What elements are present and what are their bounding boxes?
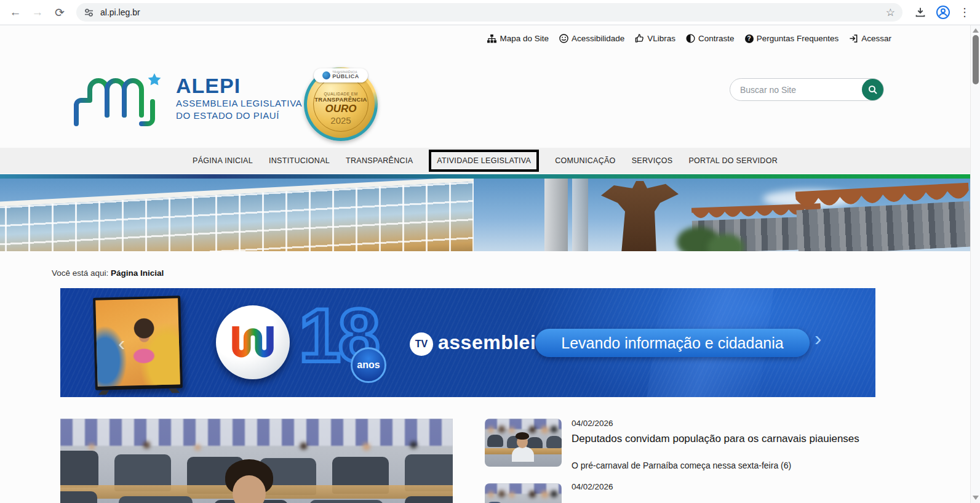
- logo-wordmark: ALEPI ASSEMBLEIA LEGISLATIVA DO ESTADO D…: [176, 75, 302, 121]
- alepi-building-icon: [73, 67, 166, 129]
- news-section: 04/02/2026 Deputados convidam população …: [60, 419, 955, 503]
- site-logo[interactable]: ALEPI ASSEMBLEIA LEGISLATIVA DO ESTADO D…: [73, 67, 302, 129]
- forward-icon[interactable]: →: [28, 3, 47, 22]
- utility-label: Acessibilidade: [572, 34, 624, 43]
- rainbow-w-icon: [229, 323, 277, 361]
- login-link[interactable]: Acessar: [849, 34, 891, 43]
- vlibras-link[interactable]: VLibras: [635, 34, 675, 43]
- hero-glass-building: [0, 179, 474, 251]
- contrast-link[interactable]: Contraste: [686, 34, 735, 43]
- medal-banner-logo-icon: [322, 71, 330, 79]
- banner-anos-badge: anos: [351, 347, 386, 383]
- nav-transparencia[interactable]: TRANSPARÊNCIA: [346, 156, 413, 165]
- featured-news-image[interactable]: [60, 419, 453, 503]
- question-icon: ?: [745, 34, 754, 43]
- hero-image: [0, 179, 970, 251]
- banner-tagline: Levando informação e cidadania: [535, 329, 810, 357]
- transparency-medal: TRANSPARÊNCIA PÚBLICA QUALIDADE EM TRANS…: [304, 67, 378, 141]
- breadcrumb-prefix: Você está aqui:: [52, 268, 108, 278]
- bookmark-star-icon[interactable]: ☆: [886, 6, 895, 19]
- site-search: [730, 78, 884, 101]
- logo-acronym: ALEPI: [176, 75, 302, 96]
- browser-toolbar: ← → ⟳ al.pi.leg.br ☆ ⋮: [0, 0, 980, 25]
- scroll-down-icon[interactable]: [973, 496, 979, 500]
- news-summary-row: O pré-carnaval de Parnaíba começa nessa …: [572, 461, 956, 470]
- search-button[interactable]: [862, 79, 883, 100]
- news-date: 04/02/2026: [572, 419, 956, 428]
- medal-year: 2025: [314, 115, 368, 126]
- address-bar[interactable]: al.pi.leg.br ☆: [76, 3, 902, 22]
- thumbs-up-icon: [635, 34, 644, 43]
- news-item: 04/02/2026: [572, 482, 956, 491]
- smiley-icon: [559, 34, 568, 43]
- faq-link[interactable]: ? Perguntas Frequentes: [745, 34, 839, 43]
- news-summary: O pré-carnaval de Parnaíba começa nessa …: [572, 461, 956, 470]
- profile-avatar-icon[interactable]: [936, 5, 950, 20]
- hero-arched-building-near: [795, 179, 970, 251]
- nav-servicos[interactable]: SERVIÇOS: [632, 156, 673, 165]
- page-scrollbar[interactable]: [970, 25, 980, 503]
- utility-label: Mapa do Site: [500, 34, 549, 43]
- medal-line1: QUALIDADE EM: [314, 92, 368, 96]
- news-thumbnail[interactable]: [485, 419, 562, 467]
- utility-label: Contraste: [698, 34, 735, 43]
- logo-line1: ASSEMBLEIA LEGISLATIVA: [176, 98, 302, 108]
- search-input[interactable]: [730, 85, 862, 95]
- medal-banner-main: PÚBLICA: [332, 74, 359, 79]
- breadcrumb-current[interactable]: Página Inicial: [111, 268, 164, 278]
- nav-pagina-inicial[interactable]: PÁGINA INICIAL: [193, 156, 253, 165]
- sitemap-link[interactable]: Mapa do Site: [487, 34, 549, 43]
- sitemap-icon: [487, 34, 496, 43]
- downloads-icon[interactable]: [914, 6, 927, 19]
- scrollbar-thumb[interactable]: [973, 35, 979, 84]
- nav-portal-do-servidor[interactable]: PORTAL DO SERVIDOR: [688, 156, 778, 165]
- scroll-up-icon[interactable]: [973, 28, 979, 33]
- nav-atividade-legislativa[interactable]: ATIVIDADE LEGISLATIVA: [429, 150, 539, 172]
- search-icon: [868, 85, 878, 95]
- reload-icon[interactable]: ⟳: [50, 3, 69, 22]
- nav-comunicacao[interactable]: COMUNICAÇÃO: [555, 156, 615, 165]
- utility-label: Acessar: [861, 34, 891, 43]
- sign-in-icon: [849, 34, 858, 43]
- carousel-prev-icon[interactable]: ‹: [118, 332, 125, 353]
- news-title[interactable]: Deputados convidam população para os car…: [572, 432, 956, 445]
- channel-name: assembleia: [438, 331, 548, 354]
- news-date: 04/02/2026: [572, 482, 956, 491]
- breadcrumb: Você está aqui: Página Inicial: [52, 268, 164, 278]
- back-icon[interactable]: ←: [6, 3, 25, 22]
- carousel-next-icon[interactable]: ›: [815, 328, 821, 348]
- nav-institucional[interactable]: INSTITUCIONAL: [269, 156, 330, 165]
- medal-line2: TRANSPARÊNCIA: [314, 96, 368, 103]
- site-settings-icon[interactable]: [84, 7, 94, 18]
- browser-menu-icon[interactable]: ⋮: [959, 6, 970, 19]
- utility-label: Perguntas Frequentes: [757, 34, 839, 43]
- main-nav: PÁGINA INICIAL INSTITUCIONAL TRANSPARÊNC…: [0, 148, 970, 174]
- banner-tv-image: [93, 296, 183, 390]
- webpage: Mapa do Site Acessibilidade VLibras Cont…: [0, 25, 970, 503]
- news-thumbnail[interactable]: [485, 483, 562, 503]
- tv-badge: TV: [410, 332, 433, 356]
- utility-label: VLibras: [647, 34, 675, 43]
- contrast-icon: [686, 34, 695, 43]
- logo-line2: DO ESTADO DO PIAUÍ: [176, 110, 302, 121]
- accessibility-link[interactable]: Acessibilidade: [559, 34, 624, 43]
- hero-statue: [594, 181, 686, 251]
- tv-assembleia-banner[interactable]: ‹ 18 anos TV assembleia Levando informaç…: [60, 288, 875, 397]
- utility-nav: Mapa do Site Acessibilidade VLibras Cont…: [487, 34, 891, 43]
- url-text[interactable]: al.pi.leg.br: [100, 7, 880, 17]
- medal-line3: OURO: [314, 103, 368, 115]
- medal-banner: TRANSPARÊNCIA PÚBLICA: [314, 68, 368, 82]
- tv-assembleia-logo: [216, 305, 290, 379]
- news-item: 04/02/2026 Deputados convidam população …: [572, 419, 956, 445]
- gradient-divider: [0, 174, 970, 179]
